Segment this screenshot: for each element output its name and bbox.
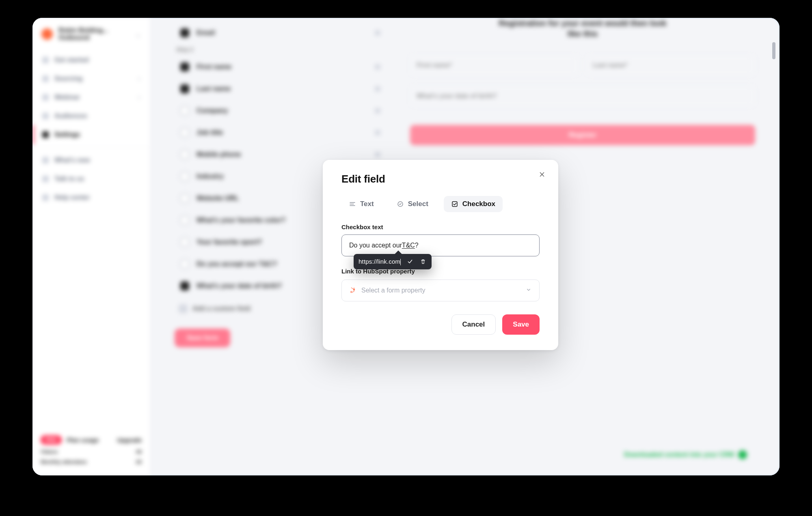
input-value-link: T&C (402, 242, 415, 249)
close-button[interactable] (536, 169, 548, 180)
modal-title: Edit field (341, 173, 540, 185)
field-type-tabs: Text Select Checkbox (341, 196, 540, 212)
chevron-down-icon (525, 286, 532, 295)
hubspot-select-placeholder: Select a form property (361, 287, 425, 294)
input-value-prefix: Do you accept our (349, 242, 402, 249)
edit-field-modal: Edit field Text Select Checkbox Checkbox… (323, 160, 558, 350)
tab-checkbox[interactable]: Checkbox (444, 196, 503, 212)
checkbox-text-input[interactable]: Do you accept our T&C? (341, 234, 540, 256)
tab-text[interactable]: Text (341, 196, 381, 212)
hubspot-property-select[interactable]: Select a form property (341, 280, 540, 301)
delete-link-button[interactable] (419, 258, 427, 265)
link-editor-popover: https://link.com (354, 254, 432, 269)
text-icon (349, 200, 356, 208)
checkbox-text-label: Checkbox text (341, 224, 540, 230)
tab-select[interactable]: Select (389, 196, 436, 212)
select-icon (397, 200, 404, 208)
link-url-input[interactable]: https://link.com (358, 258, 401, 265)
text-cursor (400, 259, 401, 265)
checkbox-icon (451, 200, 458, 208)
cancel-button[interactable]: Cancel (451, 314, 496, 335)
check-icon (407, 258, 413, 265)
svg-point-3 (351, 291, 352, 292)
confirm-link-button[interactable] (406, 258, 414, 265)
app-window: Robin Bolding... Outbound ⌄ Get started … (32, 18, 780, 475)
save-button[interactable]: Save (502, 314, 540, 335)
close-icon (539, 171, 545, 178)
input-value-suffix: ? (415, 242, 419, 249)
svg-rect-1 (452, 202, 457, 206)
hubspot-icon (349, 287, 356, 294)
trash-icon (420, 258, 426, 265)
